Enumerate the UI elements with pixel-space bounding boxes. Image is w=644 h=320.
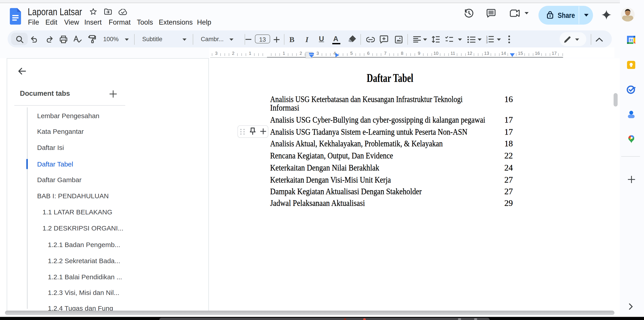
svg-text:7: 7 (384, 51, 386, 56)
svg-text:17: 17 (552, 51, 556, 56)
svg-text:2: 2 (232, 51, 234, 56)
svg-text:15: 15 (518, 51, 522, 56)
svg-text:3: 3 (486, 41, 488, 44)
svg-text:10: 10 (433, 51, 438, 56)
svg-text:14: 14 (501, 51, 506, 56)
svg-text:6: 6 (367, 51, 370, 56)
svg-text:5: 5 (350, 51, 352, 56)
svg-text:31: 31 (629, 38, 633, 42)
svg-text:1: 1 (249, 51, 251, 56)
svg-text:16: 16 (535, 51, 540, 56)
svg-text:13: 13 (484, 51, 489, 56)
svg-text:1: 1 (282, 51, 285, 56)
svg-text:3: 3 (316, 51, 319, 56)
svg-text:2: 2 (300, 51, 302, 56)
svg-text:3: 3 (215, 51, 217, 56)
svg-text:12: 12 (467, 51, 472, 56)
svg-text:11: 11 (450, 51, 455, 56)
svg-text:9: 9 (418, 51, 420, 56)
svg-text:8: 8 (401, 51, 403, 56)
